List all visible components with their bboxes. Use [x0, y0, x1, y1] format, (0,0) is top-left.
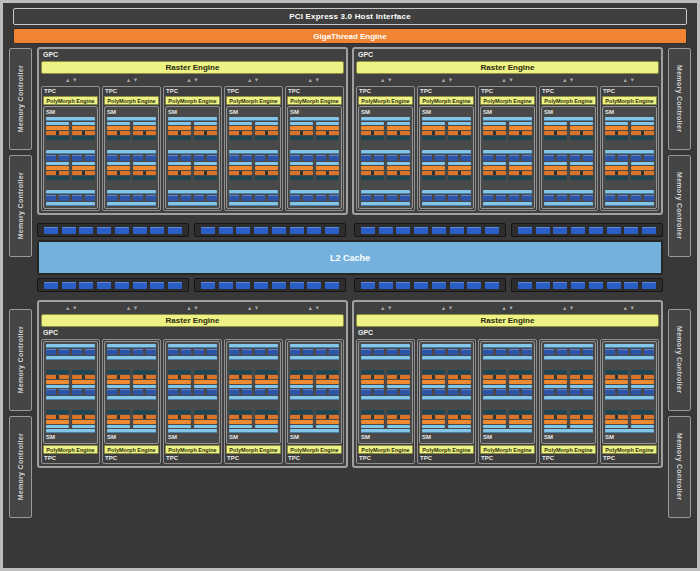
shared-cache-bar: [290, 396, 339, 400]
register-file-bar: [605, 136, 628, 140]
instruction-buffer-bar: [605, 425, 628, 428]
shared-cache-bar: [361, 356, 410, 360]
down-arrow-icon: ▼: [629, 304, 635, 312]
sm-partition-column: [631, 122, 654, 149]
cuda-core-grid: [483, 182, 506, 189]
texture-unit: [496, 155, 506, 161]
instruction-buffer-bar: [448, 425, 471, 428]
memory-controller-label: Memory Controller: [676, 65, 683, 132]
sm-partition-column: [133, 122, 156, 149]
warp-scheduler-bar: [72, 380, 95, 384]
sm-partition-column: [316, 122, 339, 149]
register-file-bar: [483, 136, 506, 140]
sm-label: SM: [229, 109, 278, 116]
register-file-bar: [194, 176, 217, 180]
cuda-core-grid: [361, 362, 384, 369]
interconnect-block: [236, 282, 250, 289]
instruction-buffer-bar: [168, 385, 191, 388]
texture-unit: [120, 155, 130, 161]
spacer: [668, 257, 691, 309]
instruction-buffer-bar: [46, 425, 69, 428]
shared-cache-bar: [422, 356, 471, 360]
cuda-core-grid: [133, 402, 156, 409]
warp-scheduler-bar: [133, 380, 156, 384]
register-file-bar: [509, 136, 532, 140]
texture-unit: [72, 195, 82, 201]
texture-unit: [605, 349, 615, 355]
interconnect-block: [361, 227, 375, 234]
warp-scheduler-bar: [290, 126, 313, 130]
interconnect-block: [536, 227, 550, 234]
dispatch-unit-bar: [290, 415, 313, 419]
sm-partition: [229, 401, 278, 428]
gpc-label: GPC: [41, 329, 344, 337]
interconnect-block: [44, 227, 58, 234]
cuda-core-grid: [168, 142, 191, 149]
texture-unit: [509, 195, 519, 201]
shared-cache-bar: [483, 150, 532, 154]
texture-unit: [557, 155, 567, 161]
sm-partition-column: [229, 122, 252, 149]
warp-scheduler-bar: [422, 380, 445, 384]
dispatch-unit-bar: [509, 171, 532, 175]
texture-unit: [448, 349, 458, 355]
interconnect-block: [272, 282, 286, 289]
sm-partition: [422, 361, 471, 388]
instruction-cache-bar: [107, 117, 156, 121]
sm-label: SM: [483, 109, 532, 116]
instruction-buffer-bar: [316, 425, 339, 428]
sm-partition-column: [448, 401, 471, 428]
texture-unit: [255, 195, 265, 201]
dispatch-unit-bar: [570, 375, 593, 379]
instruction-cache-bar: [46, 429, 95, 433]
texture-unit: [544, 155, 554, 161]
cuda-core-grid: [509, 362, 532, 369]
interconnect-block: [236, 227, 250, 234]
interconnect-block: [219, 282, 233, 289]
cuda-core-grid: [168, 362, 191, 369]
instruction-buffer-bar: [544, 162, 567, 165]
cuda-core-grid: [290, 182, 313, 189]
texture-unit: [618, 195, 628, 201]
shared-cache-bar: [46, 202, 95, 206]
dispatch-unit-bar: [290, 171, 313, 175]
sm-partition-column: [544, 122, 567, 149]
texture-unit: [268, 349, 278, 355]
texture-unit: [85, 195, 95, 201]
dispatch-unit-bar: [361, 375, 384, 379]
warp-scheduler-bar: [387, 126, 410, 130]
instruction-buffer-bar: [509, 385, 532, 388]
down-arrow-icon: ▼: [508, 76, 514, 84]
texture-unit: [290, 155, 300, 161]
up-arrow-icon: ▲: [501, 76, 507, 84]
up-arrow-icon: ▲: [186, 76, 192, 84]
texture-unit: [133, 389, 143, 395]
cuda-core-grid: [483, 142, 506, 149]
sm-partition-column: [605, 361, 628, 388]
instruction-buffer-bar: [448, 162, 471, 165]
texture-unit: [168, 155, 178, 161]
cuda-core-grid: [107, 362, 130, 369]
sm: SM: [480, 341, 535, 444]
shared-cache-bar: [290, 202, 339, 206]
down-arrow-icon: ▼: [254, 76, 260, 84]
gpc: GPCRaster Engine▲▼▲▼▲▼▲▼▲▼TPCPolyMorph E…: [37, 300, 348, 468]
texture-unit: [644, 195, 654, 201]
sm-partition-column: [133, 401, 156, 428]
dispatch-unit-bar: [387, 415, 410, 419]
instruction-buffer-bar: [46, 122, 69, 125]
dispatch-unit-bar: [107, 171, 130, 175]
instruction-buffer-bar: [422, 425, 445, 428]
instruction-buffer-bar: [194, 425, 217, 428]
instruction-buffer-bar: [544, 385, 567, 388]
tpc-label: TPC: [104, 88, 159, 95]
texture-unit-row: [483, 195, 532, 201]
instruction-buffer-bar: [46, 385, 69, 388]
texture-unit: [168, 195, 178, 201]
tpc: TPCPolyMorph EngineSM: [224, 86, 283, 211]
sm: SM: [43, 106, 98, 209]
texture-unit: [483, 195, 493, 201]
texture-unit-row: [168, 389, 217, 395]
gpc: GPCRaster Engine▲▼▲▼▲▼▲▼▲▼TPCPolyMorph E…: [352, 300, 663, 468]
up-arrow-icon: ▲: [186, 304, 192, 312]
